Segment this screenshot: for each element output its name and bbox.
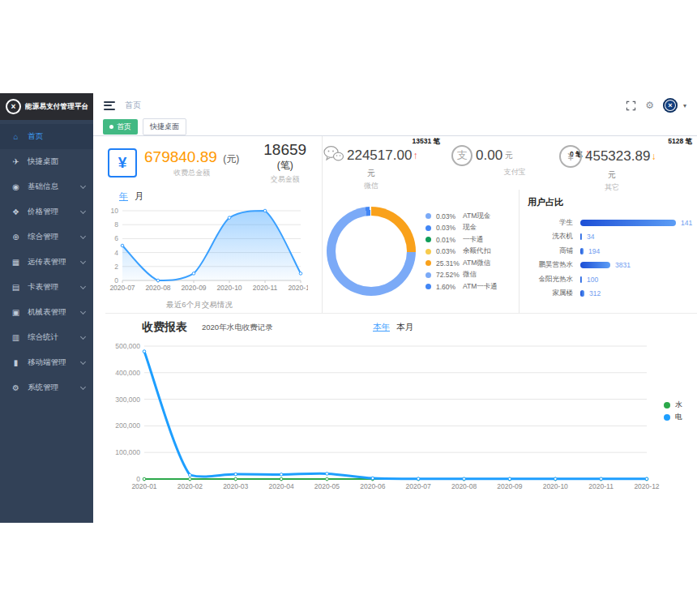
stats-icon: ▥ bbox=[11, 333, 21, 342]
donut-legend-item: 0.03%余额代扣 bbox=[425, 246, 498, 258]
report-toggle-month[interactable]: 本月 bbox=[396, 322, 413, 332]
app-window: × 能源易支付管理平台 ⌂首页✈快捷桌面◉基础信息❖价格管理⊕综合管理▦远传表管… bbox=[0, 93, 697, 523]
svg-text:2020-12: 2020-12 bbox=[288, 284, 308, 292]
wechat-count: 13531 笔 bbox=[413, 137, 441, 147]
svg-text:10: 10 bbox=[111, 207, 119, 215]
user-dropdown-caret-icon[interactable]: ▾ bbox=[683, 102, 686, 109]
pay-channel-panel: 0.03%ATM现金0.03%现金0.01%一卡通0.03%余额代扣25.31%… bbox=[322, 190, 519, 313]
wechat-label: 微信 bbox=[323, 181, 420, 191]
dashboard-content: ¥ 679840.89 (元) 收费总金额 18659 (笔) 交易金额 bbox=[93, 136, 697, 523]
donut-legend-item: 0.03%现金 bbox=[425, 222, 498, 234]
user-avatar[interactable]: × bbox=[663, 98, 678, 113]
alipay-unit: 元 bbox=[505, 150, 513, 161]
trade-count-card: 18659 (笔) 交易金额 bbox=[263, 141, 306, 185]
trade-count-unit: (笔) bbox=[263, 159, 306, 173]
svg-text:2020-11: 2020-11 bbox=[588, 482, 614, 490]
fullscreen-icon[interactable] bbox=[626, 101, 636, 111]
sidebar-item-label: 综合统计 bbox=[28, 332, 58, 343]
tab-home[interactable]: 首页 bbox=[103, 119, 138, 135]
user-share-row: 家属楼312 bbox=[528, 287, 697, 302]
sidebar-item-label: 基础信息 bbox=[28, 182, 58, 192]
svg-text:4: 4 bbox=[114, 249, 118, 257]
svg-text:400,000: 400,000 bbox=[115, 369, 140, 377]
sidebar-item-8[interactable]: ▥综合统计 bbox=[0, 325, 93, 350]
breadcrumb[interactable]: 首页 bbox=[125, 100, 141, 111]
user-share-bar bbox=[580, 262, 610, 268]
total-amount-label: 收费总金额 bbox=[144, 168, 239, 178]
recent-trades-panel: 年 月 02468102020-072020-082020-092020-102… bbox=[93, 190, 322, 313]
sidebar-item-5[interactable]: ▦远传表管理 bbox=[0, 250, 93, 275]
svg-text:2020-10: 2020-10 bbox=[543, 482, 568, 490]
svg-text:2020-09: 2020-09 bbox=[497, 482, 522, 490]
remote-meter-icon: ▦ bbox=[11, 258, 21, 267]
sidebar-item-4[interactable]: ⊕综合管理 bbox=[0, 225, 93, 250]
settings-gear-icon[interactable]: ⚙ bbox=[645, 101, 654, 110]
chevron-down-icon bbox=[80, 258, 86, 263]
sidebar-item-label: 综合管理 bbox=[28, 232, 58, 242]
svg-text:2020-07: 2020-07 bbox=[406, 482, 431, 490]
svg-text:100,000: 100,000 bbox=[115, 448, 140, 456]
chevron-down-icon bbox=[80, 333, 86, 339]
report-toggle-year[interactable]: 本年 bbox=[373, 322, 390, 332]
chevron-down-icon bbox=[80, 207, 86, 213]
svg-text:2020-06: 2020-06 bbox=[360, 482, 385, 490]
home-icon: ⌂ bbox=[11, 132, 21, 141]
system-icon: ⚙ bbox=[11, 383, 21, 392]
toggle-month[interactable]: 月 bbox=[135, 191, 143, 201]
fees-chart-legend: 水电 bbox=[664, 399, 682, 423]
legend-dot-icon bbox=[425, 249, 431, 255]
sidebar-item-2[interactable]: ◉基础信息 bbox=[0, 174, 93, 199]
tab-active-dot-icon bbox=[109, 125, 113, 129]
svg-text:2020-02: 2020-02 bbox=[177, 482, 203, 490]
sidebar-item-label: 机械表管理 bbox=[28, 307, 66, 318]
other-amount: 455323.89 bbox=[585, 148, 650, 165]
user-share-bars: 学生141洗衣机34商铺194鹏昊营热水3831金阳光热水100家属楼312 bbox=[528, 216, 697, 301]
sidebar-item-7[interactable]: ▣机械表管理 bbox=[0, 300, 93, 325]
alipay-card: 支 0.00 元 0 笔 ↑ 支付宝 bbox=[451, 136, 559, 190]
report-subtitle: 2020年水电收费记录 bbox=[202, 323, 273, 333]
sidebar-item-3[interactable]: ❖价格管理 bbox=[0, 199, 93, 225]
svg-text:2020-05: 2020-05 bbox=[314, 482, 340, 490]
report-section: 收费报表 2020年水电收费记录 本年 本月 0100,000200,00030… bbox=[105, 313, 697, 505]
pay-channel-donut-chart bbox=[327, 207, 416, 296]
manage-icon: ⊕ bbox=[11, 233, 21, 242]
fees-legend-item: 水 bbox=[664, 399, 682, 411]
report-title: 收费报表 bbox=[142, 320, 187, 335]
user-share-row: 鹏昊营热水3831 bbox=[528, 259, 697, 273]
other-count: 5128 笔 bbox=[668, 137, 692, 147]
tab-quick-desktop[interactable]: 快捷桌面 bbox=[143, 118, 186, 135]
svg-text:2020-01: 2020-01 bbox=[131, 482, 156, 490]
other-unit: 元 bbox=[559, 169, 665, 181]
sidebar-item-1[interactable]: ✈快捷桌面 bbox=[0, 149, 93, 174]
svg-text:2020-07: 2020-07 bbox=[109, 284, 135, 292]
sidebar-item-6[interactable]: ▤卡表管理 bbox=[0, 275, 93, 300]
legend-dot-icon bbox=[425, 213, 431, 219]
sidebar-item-9[interactable]: ▮移动端管理 bbox=[0, 350, 93, 375]
sidebar-item-10[interactable]: ⚙系统管理 bbox=[0, 375, 93, 400]
charts-row: 年 月 02468102020-072020-082020-092020-102… bbox=[93, 190, 697, 313]
user-share-title: 用户占比 bbox=[528, 196, 697, 208]
sidebar-item-label: 价格管理 bbox=[28, 207, 58, 217]
app-title: 能源易支付管理平台 bbox=[25, 102, 88, 112]
svg-text:2020-12: 2020-12 bbox=[634, 482, 659, 490]
recent-trades-chart: 02468102020-072020-082020-092020-102020-… bbox=[101, 203, 308, 305]
svg-text:2020-04: 2020-04 bbox=[268, 482, 293, 490]
other-card: ¥ 455323.89 ↓ 5128 笔 元 其它 bbox=[559, 136, 697, 190]
user-share-panel: 用户占比 学生141洗衣机34商铺194鹏昊营热水3831金阳光热水100家属楼… bbox=[519, 190, 697, 313]
other-trend-down-icon: ↓ bbox=[651, 151, 656, 162]
svg-text:6: 6 bbox=[114, 234, 118, 242]
user-share-row: 洗衣机34 bbox=[528, 230, 697, 245]
chevron-down-icon bbox=[80, 182, 86, 188]
sidebar: × 能源易支付管理平台 ⌂首页✈快捷桌面◉基础信息❖价格管理⊕综合管理▦远传表管… bbox=[0, 93, 93, 523]
legend-dot-icon bbox=[425, 284, 431, 289]
sidebar-item-0[interactable]: ⌂首页 bbox=[0, 124, 93, 149]
legend-dot-icon bbox=[425, 225, 431, 231]
donut-legend-item: 0.03%ATM现金 bbox=[425, 210, 498, 222]
sidebar-item-label: 卡表管理 bbox=[28, 282, 58, 293]
alipay-icon: 支 bbox=[451, 145, 473, 166]
svg-text:2: 2 bbox=[114, 263, 118, 271]
donut-legend-item: 25.31%ATM微信 bbox=[425, 257, 498, 269]
legend-dot-icon bbox=[425, 272, 431, 278]
toggle-year[interactable]: 年 bbox=[119, 191, 128, 201]
menu-collapse-icon[interactable] bbox=[104, 101, 115, 110]
